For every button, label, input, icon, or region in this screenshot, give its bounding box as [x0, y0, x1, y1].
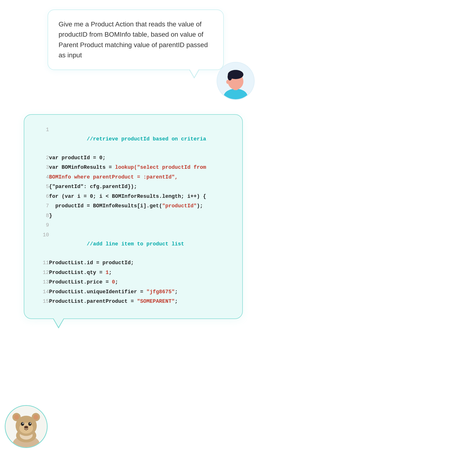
line-num-13: 13: [38, 278, 49, 287]
code-content-2: var productId = 0;: [49, 153, 229, 163]
sql-string: BOMInfo where parentProduct = :parentId"…: [49, 174, 178, 180]
user-bubble: Give me a Product Action that reads the …: [48, 10, 224, 70]
svg-point-17: [33, 415, 38, 420]
code-content-5: {"parentId": cfg.parentId});: [49, 182, 229, 192]
code-row-11: 11 ProductList.id = productId;: [38, 258, 229, 268]
code-table: 1 //retrieve productId based on criteria…: [38, 125, 229, 307]
qty-value: 1: [106, 270, 109, 276]
parent-value: "SOMEPARENT": [137, 298, 175, 304]
get-string: "productId": [162, 203, 197, 209]
code-content-8: }: [49, 211, 229, 221]
line-num-4: 4: [38, 173, 49, 182]
code-row-1: 1 //retrieve productId based on criteria: [38, 125, 229, 153]
identifier-value: "jfg8675": [146, 289, 175, 295]
code-content-15: ProductList.parentProduct = "SOMEPARENT"…: [49, 297, 229, 307]
code-content-1: //retrieve productId based on criteria: [49, 125, 229, 153]
line-num-11: 11: [38, 258, 49, 268]
code-row-7: 7 productId = BOMInfoResults[i].get("pro…: [38, 201, 229, 211]
user-message-text: Give me a Product Action that reads the …: [59, 20, 208, 59]
line-num-1: 1: [38, 125, 49, 153]
code-content-3: var BOMinfoResults = lookup("select prod…: [49, 163, 229, 173]
line-num-7: 7: [38, 201, 49, 211]
code-row-4: 4 BOMInfo where parentProduct = :parentI…: [38, 173, 229, 182]
code-row-10: 10 //add line item to product list: [38, 230, 229, 259]
code-content-9: [49, 221, 229, 230]
user-avatar: [217, 62, 255, 100]
code-bubble: 1 //retrieve productId based on criteria…: [24, 114, 243, 319]
comment-1: //retrieve productId based on criteria: [87, 136, 206, 142]
svg-point-21: [22, 423, 24, 424]
code-row-14: 14 ProductList.uniqueIdentifier = "jfg86…: [38, 287, 229, 297]
code-row-15: 15 ProductList.parentProduct = "SOMEPARE…: [38, 297, 229, 307]
code-content-12: ProductList.qty = 1;: [49, 268, 229, 278]
code-content-13: ProductList.price = 0;: [49, 278, 229, 287]
code-content-4: BOMInfo where parentProduct = :parentId"…: [49, 173, 229, 182]
code-content-10: //add line item to product list: [49, 230, 229, 259]
bot-avatar: [5, 405, 48, 448]
line-num-5: 5: [38, 182, 49, 192]
svg-point-20: [28, 422, 32, 426]
line-num-8: 8: [38, 211, 49, 221]
svg-point-23: [24, 426, 28, 429]
page-container: Give me a Product Action that reads the …: [0, 0, 262, 467]
code-content-7: productId = BOMInfoResults[i].get("produ…: [49, 201, 229, 211]
code-row-6: 6 for (var i = 0; i < BOMInforResults.le…: [38, 192, 229, 202]
line-num-10: 10: [38, 230, 49, 259]
price-value: 0: [112, 279, 115, 285]
svg-point-15: [14, 415, 19, 420]
code-row-13: 13 ProductList.price = 0;: [38, 278, 229, 287]
svg-point-7: [226, 80, 230, 84]
line-num-14: 14: [38, 287, 49, 297]
svg-point-19: [21, 422, 24, 426]
line-num-2: 2: [38, 153, 49, 163]
code-row-3: 3 var BOMinfoResults = lookup("select pr…: [38, 163, 229, 173]
code-row-8: 8 }: [38, 211, 229, 221]
line-num-12: 12: [38, 268, 49, 278]
comment-2: //add line item to product list: [87, 241, 184, 247]
code-row-9: 9: [38, 221, 229, 230]
code-row-5: 5 {"parentId": cfg.parentId});: [38, 182, 229, 192]
code-row-2: 2 var productId = 0;: [38, 153, 229, 163]
bot-avatar-circle: [5, 405, 48, 448]
code-content-14: ProductList.uniqueIdentifier = "jfg8675"…: [49, 287, 229, 297]
line-num-3: 3: [38, 163, 49, 173]
svg-point-6: [228, 73, 232, 80]
line-num-6: 6: [38, 192, 49, 202]
code-content-11: ProductList.id = productId;: [49, 258, 229, 268]
svg-point-22: [30, 423, 31, 424]
code-content-6: for (var i = 0; i < BOMInforResults.leng…: [49, 192, 229, 202]
line-num-15: 15: [38, 297, 49, 307]
lookup-keyword: lookup("select productId from: [115, 165, 206, 170]
line-num-9: 9: [38, 221, 49, 230]
code-row-12: 12 ProductList.qty = 1;: [38, 268, 229, 278]
